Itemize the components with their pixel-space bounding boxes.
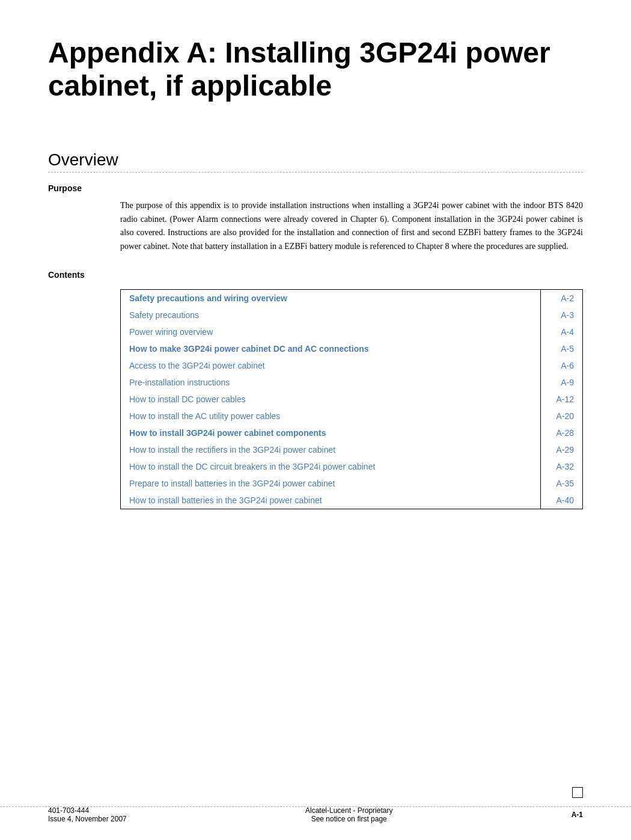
footer-notice: See notice on first page: [305, 815, 392, 823]
contents-label: Contents: [48, 270, 583, 280]
table-row[interactable]: Safety precautionsA-3: [121, 307, 583, 323]
entry-page: A-29: [541, 441, 583, 458]
entry-label[interactable]: How to install batteries in the 3GP24i p…: [121, 492, 541, 509]
entry-label[interactable]: Power wiring overview: [121, 323, 541, 340]
entry-label[interactable]: How to install the DC circuit breakers i…: [121, 458, 541, 475]
entry-label[interactable]: How to make 3GP24i power cabinet DC and …: [121, 340, 541, 357]
entry-page: A-3: [541, 307, 583, 323]
purpose-text: The purpose of this appendix is to provi…: [120, 199, 583, 253]
entry-label[interactable]: Safety precautions: [121, 307, 541, 323]
table-row[interactable]: How to install the AC utility power cabl…: [121, 408, 583, 425]
table-row[interactable]: Safety precautions and wiring overviewA-…: [121, 289, 583, 307]
entry-label[interactable]: Safety precautions and wiring overview: [121, 289, 541, 307]
table-row[interactable]: How to install batteries in the 3GP24i p…: [121, 492, 583, 509]
entry-label[interactable]: Pre-installation instructions: [121, 374, 541, 391]
footer-issue: Issue 4, November 2007: [48, 815, 127, 823]
contents-table: Safety precautions and wiring overviewA-…: [120, 289, 583, 509]
entry-page: A-5: [541, 340, 583, 357]
purpose-label: Purpose: [48, 183, 583, 193]
entry-page: A-20: [541, 408, 583, 425]
overview-heading: Overview: [48, 150, 583, 170]
entry-page: A-9: [541, 374, 583, 391]
entry-label[interactable]: How to install DC power cables: [121, 391, 541, 408]
table-row[interactable]: Prepare to install batteries in the 3GP2…: [121, 475, 583, 492]
entry-label[interactable]: Prepare to install batteries in the 3GP2…: [121, 475, 541, 492]
table-row[interactable]: Access to the 3GP24i power cabinetA-6: [121, 357, 583, 374]
table-row[interactable]: How to install 3GP24i power cabinet comp…: [121, 425, 583, 441]
entry-label[interactable]: How to install the rectifiers in the 3GP…: [121, 441, 541, 458]
overview-divider: [48, 172, 583, 173]
entry-label[interactable]: How to install the AC utility power cabl…: [121, 408, 541, 425]
page-footer: 401-703-444 Issue 4, November 2007 Alcat…: [48, 806, 583, 823]
entry-page: A-6: [541, 357, 583, 374]
table-row[interactable]: How to make 3GP24i power cabinet DC and …: [121, 340, 583, 357]
table-row[interactable]: How to install the DC circuit breakers i…: [121, 458, 583, 475]
page-title: Appendix A: Installing 3GP24i power cabi…: [48, 36, 583, 102]
footer-company: Alcatel-Lucent - Proprietary: [305, 806, 392, 815]
footer-center: Alcatel-Lucent - Proprietary See notice …: [305, 806, 392, 823]
entry-page: A-32: [541, 458, 583, 475]
entry-page: A-28: [541, 425, 583, 441]
footer-doc-number: 401-703-444: [48, 806, 127, 815]
entry-page: A-35: [541, 475, 583, 492]
entry-page: A-12: [541, 391, 583, 408]
entry-label[interactable]: Access to the 3GP24i power cabinet: [121, 357, 541, 374]
table-row[interactable]: How to install the rectifiers in the 3GP…: [121, 441, 583, 458]
page-corner-box: [572, 787, 583, 798]
entry-page: A-40: [541, 492, 583, 509]
entry-page: A-4: [541, 323, 583, 340]
table-row[interactable]: Pre-installation instructionsA-9: [121, 374, 583, 391]
footer-left: 401-703-444 Issue 4, November 2007: [48, 806, 127, 823]
table-row[interactable]: How to install DC power cablesA-12: [121, 391, 583, 408]
footer-page-number: A-1: [572, 811, 583, 819]
entry-page: A-2: [541, 289, 583, 307]
page-wrapper: Appendix A: Installing 3GP24i power cabi…: [0, 0, 631, 840]
entry-label[interactable]: How to install 3GP24i power cabinet comp…: [121, 425, 541, 441]
table-row[interactable]: Power wiring overviewA-4: [121, 323, 583, 340]
